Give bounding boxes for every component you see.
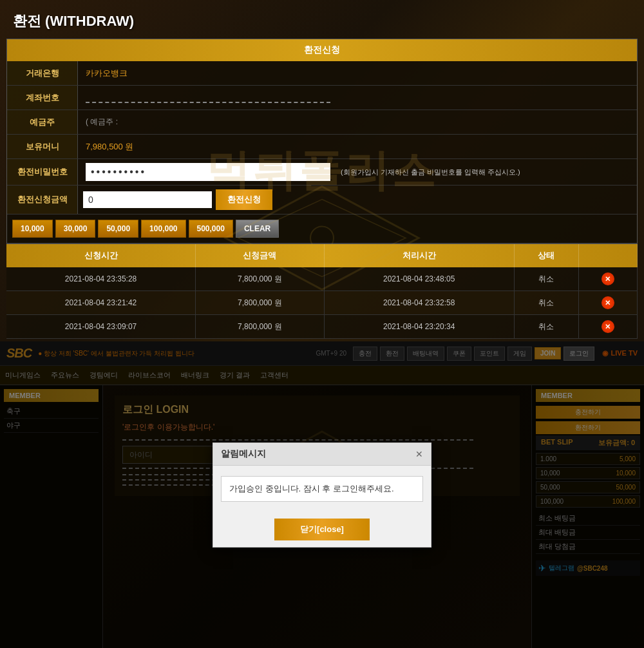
password-row: 환전비밀번호 (회원가입시 기재하신 출금 비밀번호를 입력해 주십시오.) [7,159,637,186]
bank-label: 거래은행 [7,61,78,85]
row1-process-time: 2021-08-04 23:48:05 [324,267,514,291]
col-request-time: 신청시간 [6,244,196,267]
clear-button[interactable]: CLEAR [236,220,279,238]
top-section: 먹튀폴리스 환전 (WITHDRAW) 환전신청 거래은행 카카오뱅크 계좌번호… [0,0,644,341]
account-value [78,86,637,110]
row2-amount: 7,800,000 원 [196,291,325,315]
quick-btn-100000[interactable]: 100,000 [141,220,185,238]
depositor-row: 예금주 ( 예금주 : [7,110,637,135]
row3-amount: 7,800,000 원 [196,315,325,339]
table-row: 2021-08-04 23:09:07 7,800,000 원 2021-08-… [6,315,638,339]
row3-status: 취소 [514,315,578,339]
row2-status: 취소 [514,291,578,315]
alert-title: 알림메시지 [221,448,266,460]
page-title: 환전 (WITHDRAW) [13,13,134,29]
alert-dialog: 알림메시지 ✕ 가입승인 중입니다. 잠시 후 로그인해주세요. 닫기[clos… [213,443,431,548]
balance-row: 보유머니 7,980,500 원 [7,135,637,159]
form-panel-header: 환전신청 [7,39,637,61]
account-label: 계좌번호 [7,86,78,110]
amount-field-container: 환전신청 [78,186,637,214]
history-table: 신청시간 신청금액 처리시간 상태 2021-08-04 23:35:28 7,… [6,244,638,339]
alert-header: 알림메시지 ✕ [213,443,431,466]
quick-btn-10000[interactable]: 10,000 [12,220,53,238]
col-amount: 신청금액 [196,244,325,267]
password-label: 환전비밀번호 [7,159,78,185]
col-status: 상태 [514,244,578,267]
depositor-value: ( 예금주 : [78,113,637,131]
balance-value: 7,980,500 원 [78,137,637,157]
bank-row: 거래은행 카카오뱅크 [7,61,637,86]
amount-row: 환전신청금액 환전신청 [7,186,637,214]
row1-amount: 7,800,000 원 [196,267,325,291]
alert-close-button[interactable]: 닫기[close] [274,519,370,540]
password-input[interactable] [86,163,330,181]
amount-input[interactable] [83,191,212,208]
history-tbody: 2021-08-04 23:35:28 7,800,000 원 2021-08-… [6,267,638,339]
account-row: 계좌번호 [7,86,637,110]
row1-cancel-button[interactable]: ✕ [601,272,614,285]
quick-amounts-row: 10,000 30,000 50,000 100,000 500,000 CLE… [7,214,637,243]
amount-label: 환전신청금액 [7,186,78,214]
row1-status: 취소 [514,267,578,291]
page-header: 환전 (WITHDRAW) [0,0,644,39]
table-row: 2021-08-04 23:35:28 7,800,000 원 2021-08-… [6,267,638,291]
row3-cancel-btn-cell: ✕ [578,315,637,339]
col-action [578,244,637,267]
row3-cancel-button[interactable]: ✕ [601,320,614,333]
bottom-section: 먹튀폴리스 SBC ● 항상 저희 'SBC' 에서 불법관련자 가득 처리됩 … [0,341,644,648]
row1-cancel-btn-cell: ✕ [578,267,637,291]
row3-request-time: 2021-08-04 23:09:07 [6,315,196,339]
row1-request-time: 2021-08-04 23:35:28 [6,267,196,291]
alert-message: 가입승인 중입니다. 잠시 후 로그인해주세요. [221,476,423,502]
balance-label: 보유머니 [7,135,78,158]
quick-btn-30000[interactable]: 30,000 [55,220,96,238]
withdraw-form-panel: 환전신청 거래은행 카카오뱅크 계좌번호 예금주 ( 예금주 : 보유머니 7,… [6,39,638,244]
password-hint: (회원가입시 기재하신 출금 비밀번호를 입력해 주십시오.) [341,167,520,177]
quick-btn-500000[interactable]: 500,000 [189,220,233,238]
submit-button[interactable]: 환전신청 [216,189,272,210]
alert-body: 가입승인 중입니다. 잠시 후 로그인해주세요. [213,466,431,512]
alert-footer: 닫기[close] [213,512,431,547]
history-thead: 신청시간 신청금액 처리시간 상태 [6,244,638,267]
quick-btn-50000[interactable]: 50,000 [98,220,138,238]
table-row: 2021-08-04 23:21:42 7,800,000 원 2021-08-… [6,291,638,315]
col-process-time: 처리시간 [324,244,514,267]
row2-cancel-btn-cell: ✕ [578,291,637,315]
bank-value: 카카오뱅크 [78,64,637,83]
row3-process-time: 2021-08-04 23:20:34 [324,315,514,339]
depositor-label: 예금주 [7,110,78,134]
password-field-container: (회원가입시 기재하신 출금 비밀번호를 입력해 주십시오.) [78,159,637,185]
alert-header-close-button[interactable]: ✕ [415,449,423,459]
row2-process-time: 2021-08-04 23:32:58 [324,291,514,315]
row2-request-time: 2021-08-04 23:21:42 [6,291,196,315]
alert-overlay: 알림메시지 ✕ 가입승인 중입니다. 잠시 후 로그인해주세요. 닫기[clos… [0,341,644,648]
row2-cancel-button[interactable]: ✕ [601,296,614,309]
